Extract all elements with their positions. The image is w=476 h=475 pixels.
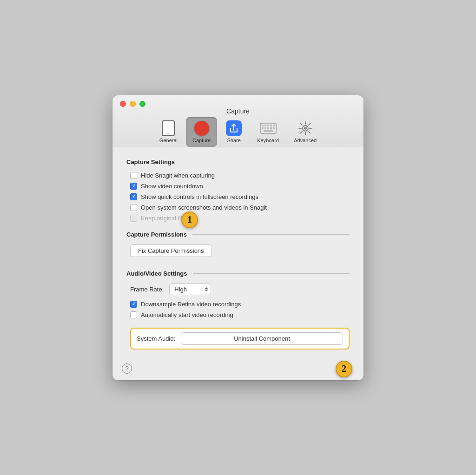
main-content: Capture Settings Hide Snagit when captur… xyxy=(112,147,364,359)
help-button[interactable]: ? xyxy=(122,363,132,374)
capture-permissions-title: Capture Permissions xyxy=(126,231,187,238)
svg-rect-9 xyxy=(270,127,272,129)
svg-rect-3 xyxy=(267,125,269,126)
tab-share[interactable]: Share xyxy=(219,117,249,147)
tab-capture[interactable]: Capture xyxy=(186,117,217,147)
audio-video-line xyxy=(193,273,350,274)
svg-rect-1 xyxy=(262,125,264,126)
capture-settings-header: Capture Settings xyxy=(126,158,350,165)
fix-capture-permissions-button[interactable]: Fix Capture Permissions xyxy=(130,244,212,257)
tab-capture-label: Capture xyxy=(192,138,211,143)
checkbox-row-quick-controls: Show quick controls in fullscreen record… xyxy=(130,193,350,200)
svg-rect-8 xyxy=(267,127,269,129)
general-icon xyxy=(160,120,177,137)
window-title: Capture xyxy=(226,107,250,115)
tab-advanced[interactable]: Advanced xyxy=(287,117,323,147)
capture-settings-line xyxy=(180,162,350,162)
svg-line-18 xyxy=(309,132,311,133)
audio-video-checkboxes: Downsample Retina video recordings Autom… xyxy=(130,301,350,318)
system-audio-label: System Audio: xyxy=(137,335,175,342)
keyboard-icon xyxy=(260,120,277,137)
frame-rate-row: Frame Rate: Low Medium High xyxy=(130,284,350,295)
tab-general[interactable]: General xyxy=(153,117,184,147)
tab-general-label: General xyxy=(159,138,178,143)
svg-rect-11 xyxy=(264,130,273,132)
toolbar: General Capture xyxy=(153,115,323,147)
svg-line-19 xyxy=(309,123,311,125)
label-video-countdown: Show video countdown xyxy=(141,183,203,190)
capture-permissions-header: Capture Permissions xyxy=(126,231,350,238)
advanced-icon xyxy=(297,120,314,137)
label-hide-snagit: Hide Snagit when capturing xyxy=(141,172,215,179)
checkbox-auto-start[interactable] xyxy=(130,311,137,318)
system-audio-row: System Audio: Uninstall Component xyxy=(130,328,350,350)
tab-keyboard-label: Keyboard xyxy=(257,138,279,143)
capture-permissions-line xyxy=(192,234,350,235)
app-window: Capture General Capture xyxy=(112,95,364,380)
label-downsample: Downsample Retina video recordings xyxy=(141,301,241,308)
svg-rect-5 xyxy=(273,125,275,126)
annotation-badge-1: 1 xyxy=(181,211,198,228)
svg-rect-4 xyxy=(270,125,272,126)
bottom-bar: ? 2 xyxy=(112,359,364,380)
checkbox-row-downsample: Downsample Retina video recordings xyxy=(130,301,350,308)
tab-keyboard[interactable]: Keyboard xyxy=(251,117,285,147)
checkbox-keep-original xyxy=(130,215,137,222)
svg-rect-6 xyxy=(262,127,264,129)
frame-rate-label: Frame Rate: xyxy=(130,286,164,293)
maximize-button[interactable] xyxy=(139,101,145,107)
svg-rect-2 xyxy=(264,125,266,126)
checkbox-video-countdown[interactable] xyxy=(130,183,137,190)
checkbox-open-system[interactable] xyxy=(130,204,137,211)
checkbox-row-hide-snagit: Hide Snagit when capturing xyxy=(130,172,350,179)
label-keep-original: Keep original file xyxy=(141,215,185,222)
tab-advanced-label: Advanced xyxy=(294,138,317,143)
label-auto-start: Automatically start video recording xyxy=(141,311,233,318)
titlebar-top: Capture xyxy=(120,101,356,112)
frame-rate-select-wrapper: Low Medium High xyxy=(169,284,211,295)
checkbox-hide-snagit[interactable] xyxy=(130,172,137,179)
svg-point-12 xyxy=(304,127,307,130)
minimize-button[interactable] xyxy=(130,101,136,107)
capture-settings-checkboxes: Hide Snagit when capturing Show video co… xyxy=(130,172,350,222)
window-controls xyxy=(120,101,145,107)
svg-line-20 xyxy=(300,132,302,133)
label-quick-controls: Show quick controls in fullscreen record… xyxy=(141,193,258,200)
capture-icon xyxy=(193,120,210,137)
capture-settings-title: Capture Settings xyxy=(126,158,175,165)
checkbox-downsample[interactable] xyxy=(130,301,137,308)
annotation-badge-2: 2 xyxy=(336,361,352,377)
svg-rect-7 xyxy=(264,127,266,129)
checkbox-row-video-countdown: Show video countdown xyxy=(130,183,350,190)
checkbox-row-auto-start: Automatically start video recording xyxy=(130,311,350,318)
checkbox-quick-controls[interactable] xyxy=(130,193,137,200)
tab-share-label: Share xyxy=(227,138,240,143)
audio-video-title: Audio/Video Settings xyxy=(126,270,187,277)
checkbox-row-open-system: Open system screenshots and videos in Sn… xyxy=(130,204,350,211)
uninstall-component-button[interactable]: Uninstall Component xyxy=(181,332,343,345)
close-button[interactable] xyxy=(120,101,126,107)
share-icon xyxy=(225,120,242,137)
checkbox-row-keep-original: Keep original file xyxy=(130,215,350,222)
frame-rate-select[interactable]: Low Medium High xyxy=(169,284,211,295)
label-open-system: Open system screenshots and videos in Sn… xyxy=(141,204,267,211)
svg-line-17 xyxy=(300,123,302,125)
titlebar: Capture General Capture xyxy=(112,95,364,147)
audio-video-header: Audio/Video Settings xyxy=(126,270,350,277)
svg-rect-10 xyxy=(273,127,275,129)
